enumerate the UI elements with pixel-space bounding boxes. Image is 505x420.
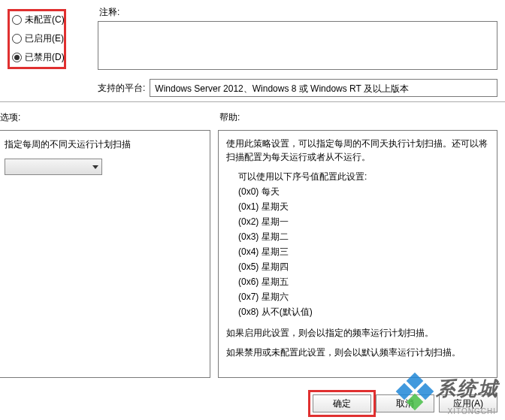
- radio-label: 未配置(C): [25, 14, 65, 26]
- options-panel: 指定每周的不同天运行计划扫描: [0, 130, 210, 378]
- options-description: 指定每周的不同天运行计划扫描: [5, 138, 205, 151]
- radio-icon-selected: [12, 53, 22, 62]
- radio-icon: [12, 15, 22, 25]
- help-column: 帮助: 使用此策略设置，可以指定每周的不同天执行计划扫描。还可以将扫描配置为每天…: [218, 110, 497, 380]
- help-value: (0x4) 星期三: [238, 245, 489, 258]
- help-list-intro: 可以使用以下序号值配置此设置:: [238, 170, 489, 183]
- config-state-radio-group: 未配置(C) 已启用(E) 已禁用(D): [0, 6, 98, 77]
- platform-label: 支持的平台:: [98, 82, 145, 95]
- help-enabled-note: 如果启用此设置，则会以指定的频率运行计划扫描。: [226, 326, 489, 340]
- help-values-list: 可以使用以下序号值配置此设置: (0x0) 每天 (0x1) 星期天 (0x2)…: [226, 170, 489, 319]
- help-panel: 使用此策略设置，可以指定每周的不同天执行计划扫描。还可以将扫描配置为每天运行或者…: [218, 130, 497, 378]
- help-disabled-note: 如果禁用或未配置此设置，则会以默认频率运行计划扫描。: [226, 346, 489, 359]
- help-value: (0x7) 星期六: [238, 290, 489, 304]
- help-value: (0x2) 星期一: [238, 215, 489, 228]
- chevron-down-icon: [92, 165, 98, 169]
- help-label: 帮助:: [218, 110, 497, 130]
- help-intro: 使用此策略设置，可以指定每周的不同天执行计划扫描。还可以将扫描配置为每天运行或者…: [226, 137, 489, 164]
- middle-section: 选项: 指定每周的不同天运行计划扫描 帮助: 使用此策略设置，可以指定每周的不同…: [0, 102, 505, 380]
- radio-not-configured[interactable]: 未配置(C): [12, 14, 92, 26]
- help-value: (0x1) 星期天: [238, 200, 489, 213]
- options-column: 选项: 指定每周的不同天运行计划扫描: [0, 110, 218, 380]
- radio-enabled[interactable]: 已启用(E): [12, 32, 92, 45]
- radio-disabled[interactable]: 已禁用(D): [12, 51, 92, 64]
- help-value: (0x3) 星期二: [238, 230, 489, 243]
- radio-label: 已启用(E): [25, 32, 64, 45]
- help-value: (0x8) 从不(默认值): [238, 305, 489, 319]
- platform-row: 支持的平台: Windows Server 2012、Windows 8 或 W…: [0, 77, 505, 102]
- comment-section: 注释:: [98, 6, 505, 77]
- radio-label: 已禁用(D): [25, 51, 65, 64]
- help-value: (0x5) 星期四: [238, 260, 489, 273]
- help-value: (0x6) 星期五: [238, 275, 489, 289]
- comment-label: 注释:: [98, 6, 505, 19]
- config-top-section: 未配置(C) 已启用(E) 已禁用(D) 注释:: [0, 0, 505, 77]
- options-label: 选项:: [0, 110, 210, 130]
- comment-textarea[interactable]: [98, 21, 497, 70]
- cancel-button[interactable]: 取消: [376, 394, 434, 412]
- radio-icon: [12, 34, 22, 44]
- ok-button[interactable]: 确定: [313, 394, 371, 412]
- watermark-sub: XITONGCHI: [448, 407, 496, 415]
- platform-value: Windows Server 2012、Windows 8 或 Windows …: [150, 79, 497, 97]
- help-value: (0x0) 每天: [238, 185, 489, 198]
- scan-day-dropdown[interactable]: [5, 159, 102, 175]
